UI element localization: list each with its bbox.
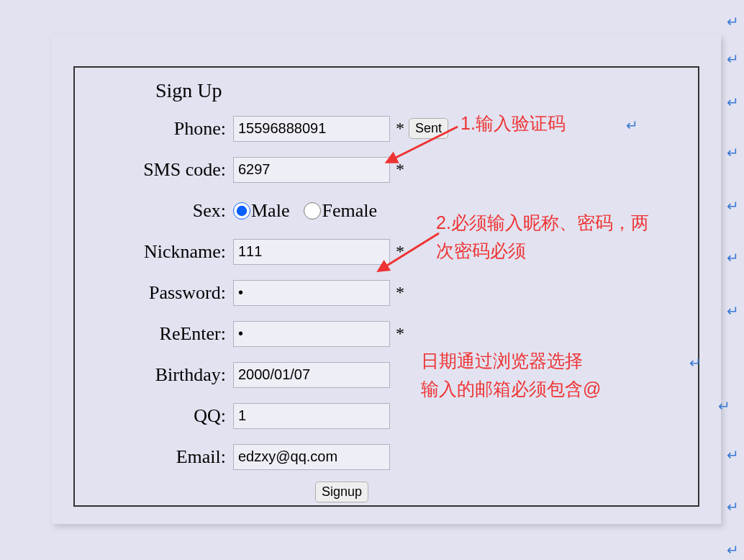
return-mark-icon: ↵ <box>626 117 638 134</box>
sex-female-option[interactable]: Female <box>304 200 377 222</box>
annotation-2: 2.必须输入昵称、密码，两次密码必须 <box>436 209 652 265</box>
return-mark-icon: ↵ <box>727 13 739 30</box>
nickname-input[interactable] <box>233 239 390 265</box>
return-mark-icon: ↵ <box>727 446 739 464</box>
email-label: Email: <box>92 446 233 468</box>
password-required: * <box>396 283 404 302</box>
svg-line-1 <box>394 127 458 158</box>
row-submit: Signup <box>92 482 681 502</box>
birthday-input[interactable] <box>233 362 390 388</box>
annotation-3-line1: 日期通过浏览器选择 <box>421 351 583 371</box>
return-mark-icon: ↵ <box>727 50 739 68</box>
sex-male-label: Male <box>251 200 289 222</box>
svg-line-3 <box>386 233 439 266</box>
smscode-input[interactable] <box>233 157 390 183</box>
sex-female-radio[interactable] <box>304 202 321 220</box>
return-mark-icon: ↵ <box>727 498 739 515</box>
smscode-label: SMS code: <box>92 159 233 181</box>
email-input[interactable] <box>233 444 390 470</box>
qq-label: QQ: <box>92 405 233 427</box>
reenter-input[interactable] <box>233 321 390 347</box>
return-mark-icon: ↵ <box>727 541 739 559</box>
sex-male-radio[interactable] <box>233 202 250 220</box>
phone-input[interactable] <box>233 116 390 142</box>
row-phone: Phone: * Sent <box>92 108 681 149</box>
annotation-3: 日期通过浏览器选择 输入的邮箱必须包含@ <box>421 347 666 403</box>
password-input[interactable] <box>233 280 390 306</box>
form-legend: Sign Up <box>92 76 681 108</box>
signup-form: Sign Up Phone: * Sent SMS code: * Sex: M… <box>73 66 699 507</box>
reenter-label: ReEnter: <box>92 323 233 345</box>
reenter-required: * <box>396 324 404 343</box>
nickname-label: Nickname: <box>92 241 233 263</box>
phone-label: Phone: <box>92 118 233 140</box>
arrow-1-icon <box>389 122 461 166</box>
row-password: Password: * <box>92 272 681 313</box>
qq-input[interactable] <box>233 403 390 429</box>
return-mark-icon: ↵ <box>727 197 739 214</box>
form-panel: Sign Up Phone: * Sent SMS code: * Sex: M… <box>52 35 721 524</box>
return-mark-icon: ↵ <box>689 354 702 371</box>
sex-female-label: Female <box>322 200 377 222</box>
annotation-1: 1.输入验证码 <box>461 109 566 137</box>
sex-label: Sex: <box>92 200 233 222</box>
return-mark-icon: ↵ <box>718 397 730 415</box>
return-mark-icon: ↵ <box>727 94 739 111</box>
row-smscode: SMS code: * <box>92 149 681 190</box>
sex-male-option[interactable]: Male <box>233 200 289 222</box>
arrow-2-icon <box>381 230 443 274</box>
row-email: Email: <box>92 436 681 477</box>
return-mark-icon: ↵ <box>727 144 739 161</box>
signup-button[interactable]: Signup <box>315 482 368 502</box>
return-mark-icon: ↵ <box>727 249 739 266</box>
return-mark-icon: ↵ <box>727 302 739 320</box>
birthday-label: Birthday: <box>92 364 233 386</box>
password-label: Password: <box>92 282 233 304</box>
annotation-3-line2: 输入的邮箱必须包含@ <box>421 379 601 399</box>
